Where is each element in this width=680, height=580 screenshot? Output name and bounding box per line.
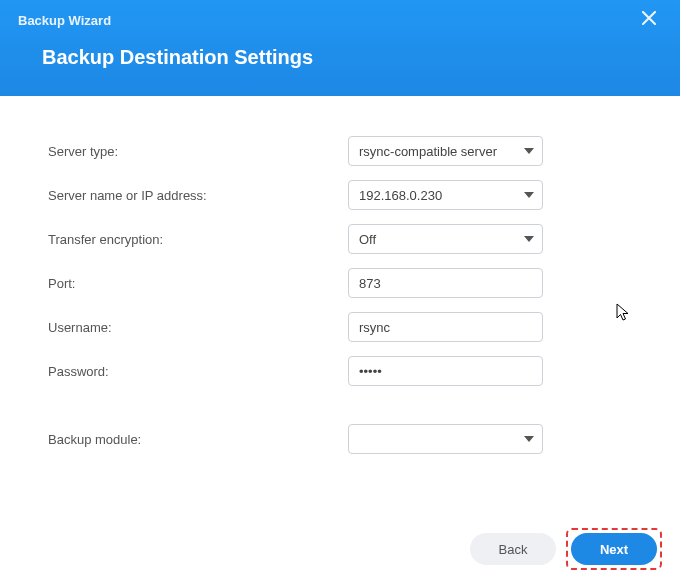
server-type-value: rsync-compatible server (359, 144, 497, 159)
spacer (48, 400, 632, 424)
server-type-select[interactable]: rsync-compatible server (348, 136, 543, 166)
label-password: Password: (48, 364, 348, 379)
encryption-select[interactable]: Off (348, 224, 543, 254)
chevron-down-icon (524, 236, 534, 242)
row-username: Username: (48, 312, 632, 342)
row-server-name: Server name or IP address: 192.168.0.230 (48, 180, 632, 210)
backup-wizard-window: Backup Wizard Backup Destination Setting… (0, 0, 680, 580)
chevron-down-icon (524, 192, 534, 198)
password-input[interactable] (348, 356, 543, 386)
password-input-field[interactable] (359, 364, 514, 379)
close-icon (642, 11, 656, 29)
form: Server type: rsync-compatible server Ser… (0, 96, 680, 454)
backup-module-select[interactable] (348, 424, 543, 454)
row-encryption: Transfer encryption: Off (48, 224, 632, 254)
next-button-highlight: Next (566, 528, 662, 570)
label-username: Username: (48, 320, 348, 335)
back-button[interactable]: Back (470, 533, 556, 565)
chevron-down-icon (524, 436, 534, 442)
label-backup-module: Backup module: (48, 432, 348, 447)
footer: Back Next (470, 528, 662, 570)
page-title: Backup Destination Settings (0, 30, 680, 69)
port-input[interactable] (348, 268, 543, 298)
row-backup-module: Backup module: (48, 424, 632, 454)
encryption-value: Off (359, 232, 376, 247)
close-button[interactable] (636, 7, 662, 33)
label-server-name: Server name or IP address: (48, 188, 348, 203)
header: Backup Wizard Backup Destination Setting… (0, 0, 680, 96)
row-port: Port: (48, 268, 632, 298)
username-input-field[interactable] (359, 320, 514, 335)
server-name-value: 192.168.0.230 (359, 188, 442, 203)
row-password: Password: (48, 356, 632, 386)
title-row: Backup Wizard (0, 0, 680, 30)
server-name-combo[interactable]: 192.168.0.230 (348, 180, 543, 210)
label-encryption: Transfer encryption: (48, 232, 348, 247)
window-title: Backup Wizard (18, 13, 111, 28)
username-input[interactable] (348, 312, 543, 342)
port-input-field[interactable] (359, 276, 514, 291)
chevron-down-icon (524, 148, 534, 154)
label-port: Port: (48, 276, 348, 291)
label-server-type: Server type: (48, 144, 348, 159)
next-button[interactable]: Next (571, 533, 657, 565)
row-server-type: Server type: rsync-compatible server (48, 136, 632, 166)
